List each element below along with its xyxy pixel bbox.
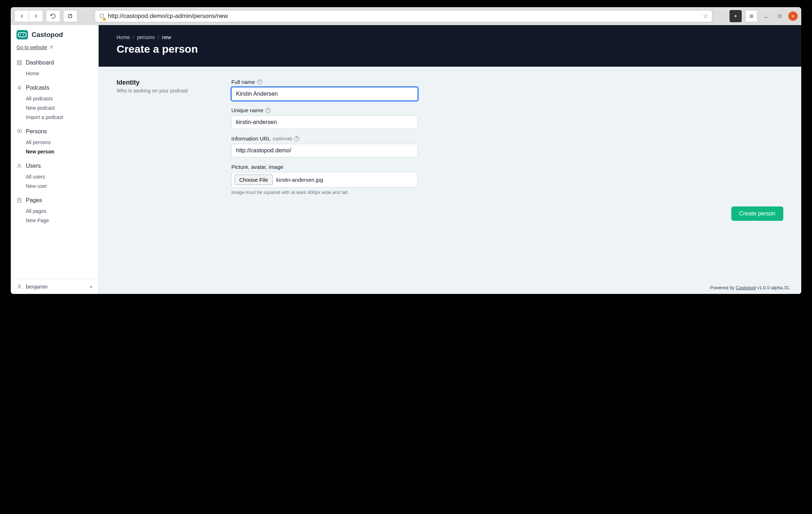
brand-logo[interactable]: Castopod <box>11 25 98 43</box>
breadcrumb-persons[interactable]: persons <box>137 34 155 40</box>
current-user-name: benjamin <box>26 284 48 290</box>
nav-item-all-users[interactable]: All users <box>11 172 98 181</box>
svg-point-24 <box>18 285 20 286</box>
bookmark-star-icon[interactable]: ☆ <box>703 12 708 20</box>
nav-item-new-page[interactable]: New Page <box>11 216 98 225</box>
picture-hint: Image must be squared with at least 400p… <box>231 190 418 195</box>
full-name-input[interactable] <box>231 87 418 101</box>
svg-rect-18 <box>18 130 22 133</box>
breadcrumb-home[interactable]: Home <box>117 34 130 40</box>
window-maximize-button[interactable] <box>775 11 785 21</box>
address-bar[interactable]: http://castopod.demo/cp-admin/persons/ne… <box>95 10 712 22</box>
window-close-button[interactable] <box>788 11 798 21</box>
app-footer: Powered by Castopod v1.0.0-alpha.31. <box>99 283 801 294</box>
section-title: Identity <box>117 79 210 86</box>
nav-heading-dashboard[interactable]: Dashboard <box>11 57 98 69</box>
nav-item-new-podcast[interactable]: New podcast <box>11 103 98 113</box>
warning-triangle-icon <box>103 17 106 20</box>
nav-item-import-podcast[interactable]: Import a podcast <box>11 113 98 122</box>
hamburger-menu-button[interactable] <box>745 10 757 22</box>
svg-point-19 <box>19 130 20 132</box>
reload-button[interactable] <box>46 10 60 22</box>
help-icon[interactable]: ? <box>265 108 270 113</box>
svg-rect-9 <box>779 15 781 18</box>
selected-file-name: kirstin-andersen.jpg <box>276 177 323 183</box>
external-link-icon <box>49 46 52 49</box>
create-person-button[interactable]: Create person <box>731 206 783 221</box>
sidebar: Castopod Go to website Dashboard Home <box>11 25 99 294</box>
nav-item-all-podcasts[interactable]: All podcasts <box>11 94 98 103</box>
nav-item-home[interactable]: Home <box>11 69 98 78</box>
nav-forward-button[interactable] <box>29 10 43 22</box>
nav-item-new-person[interactable]: New person <box>11 147 98 156</box>
nav-heading-podcasts[interactable]: Podcasts <box>11 82 98 94</box>
svg-rect-16 <box>19 86 20 88</box>
svg-rect-13 <box>20 61 22 62</box>
label-info-url: Information URL (optional) ? <box>231 135 418 142</box>
sidebar-nav: Dashboard Home Podcasts All podcasts New… <box>11 55 98 279</box>
url-text: http://castopod.demo/cp-admin/persons/ne… <box>108 13 703 20</box>
picture-file-input[interactable]: Choose File kirstin-andersen.jpg <box>231 172 418 187</box>
nav-item-all-pages[interactable]: All pages <box>11 206 98 216</box>
form-section-info: Identity Who is working on your podcast <box>117 79 210 201</box>
info-url-input[interactable] <box>231 144 418 157</box>
site-security-icon <box>99 13 105 19</box>
nav-back-button[interactable] <box>14 10 29 22</box>
new-tab-button[interactable] <box>63 10 77 22</box>
nav-heading-persons[interactable]: Persons <box>11 125 98 138</box>
current-user-menu[interactable]: benjamin ▸ <box>11 279 98 294</box>
user-icon <box>16 284 22 290</box>
label-picture: Picture, avatar, image <box>231 164 418 170</box>
nav-heading-pages[interactable]: Pages <box>11 194 98 206</box>
svg-point-20 <box>18 164 20 166</box>
brand-name: Castopod <box>32 31 63 39</box>
choose-file-button[interactable]: Choose File <box>235 175 273 185</box>
help-icon[interactable]: ? <box>257 80 262 85</box>
breadcrumb-current: new <box>162 34 171 40</box>
svg-rect-15 <box>20 63 22 65</box>
nav-heading-users[interactable]: Users <box>11 160 98 172</box>
browser-toolbar: http://castopod.demo/cp-admin/persons/ne… <box>11 7 801 25</box>
help-icon[interactable]: ? <box>294 136 299 141</box>
label-full-name: Full name ? <box>231 79 418 85</box>
nav-item-new-user[interactable]: New user <box>11 181 98 191</box>
svg-rect-14 <box>17 63 19 65</box>
svg-rect-12 <box>17 61 19 62</box>
castopod-logo-icon <box>16 30 28 39</box>
window-minimize-button[interactable] <box>761 11 771 21</box>
go-to-website-link[interactable]: Go to website <box>16 44 52 50</box>
svg-rect-0 <box>69 15 72 18</box>
main-content: Home / persons / new Create a person Ide… <box>99 25 801 294</box>
unique-name-input[interactable] <box>231 115 418 129</box>
footer-product-link[interactable]: Castopod <box>736 285 756 290</box>
chevron-right-icon: ▸ <box>90 284 93 289</box>
nav-item-all-persons[interactable]: All persons <box>11 138 98 147</box>
section-subtitle: Who is working on your podcast <box>117 88 210 94</box>
page-header: Home / persons / new Create a person <box>99 25 801 67</box>
label-unique-name: Unique name ? <box>231 107 418 113</box>
breadcrumb: Home / persons / new <box>117 34 783 40</box>
page-title: Create a person <box>117 43 783 55</box>
bookmarks-button[interactable] <box>730 10 742 22</box>
